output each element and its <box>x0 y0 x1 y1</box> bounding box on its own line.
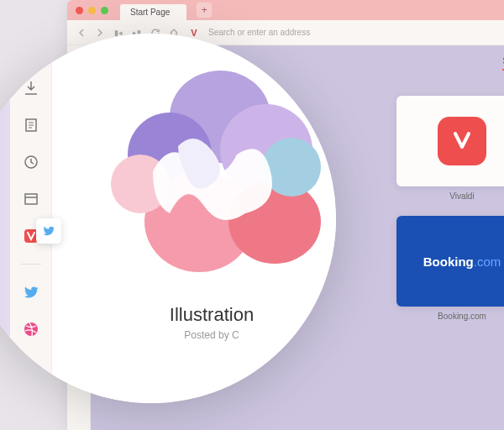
speed-dial-tiles: Vivaldi Booking.com Booking.com <box>360 96 504 336</box>
twitter-panel-tooltip-icon[interactable] <box>36 218 61 244</box>
traffic-lights <box>76 7 108 14</box>
bookmarks-panel-icon[interactable] <box>22 42 40 60</box>
svg-rect-2 <box>25 194 37 204</box>
min-dot[interactable] <box>88 7 96 14</box>
downloads-panel-icon[interactable] <box>22 79 40 97</box>
tile-vivaldi[interactable]: Vivaldi <box>396 96 504 201</box>
tile-thumb: Booking.com <box>396 216 504 307</box>
window-panel-icon[interactable] <box>22 190 40 208</box>
address-bar[interactable]: Search or enter an address <box>203 28 504 37</box>
tab-strip: Start Page <box>120 0 186 20</box>
new-tab-button[interactable]: + <box>197 3 212 18</box>
svg-point-4 <box>24 322 38 336</box>
lens-content-edge <box>0 34 10 403</box>
booking-suffix: .com <box>474 254 501 269</box>
tile-booking[interactable]: Booking.com Booking.com <box>396 216 504 321</box>
vivaldi-logo-icon <box>438 117 486 165</box>
tile-label: Booking.com <box>396 312 504 321</box>
dribbble-web-panel-icon[interactable] <box>22 320 40 338</box>
booking-prefix: Booking <box>423 254 474 269</box>
back-button[interactable] <box>74 25 89 40</box>
tab-start-page[interactable]: Start Page <box>120 4 186 20</box>
add-panel-button[interactable]: + <box>22 357 40 375</box>
twitter-web-panel-icon[interactable] <box>22 283 40 302</box>
panel-divider <box>21 264 41 265</box>
close-dot[interactable] <box>76 7 83 14</box>
forward-button[interactable] <box>92 25 108 40</box>
vivaldi-icon: V <box>188 27 200 39</box>
notes-panel-icon[interactable] <box>22 116 40 134</box>
tile-thumb <box>396 96 504 186</box>
post-title: Illustration <box>69 304 336 326</box>
max-dot[interactable] <box>101 7 108 14</box>
tile-label: Vivaldi <box>396 191 504 201</box>
titlebar: Start Page + <box>67 0 504 20</box>
history-panel-icon[interactable] <box>22 153 40 171</box>
